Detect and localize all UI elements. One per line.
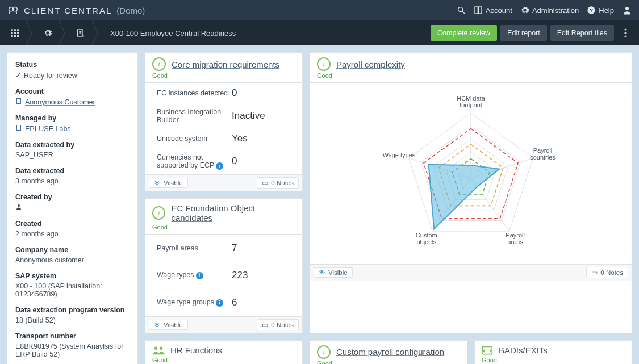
note-icon: ▭ — [262, 321, 268, 329]
eye-icon: 👁 — [319, 269, 325, 276]
edit-report-button[interactable]: Edit report — [500, 25, 547, 41]
svg-text:Wage types: Wage types — [383, 152, 416, 158]
edit-report-tiles-button[interactable]: Edit Report tiles — [550, 25, 614, 41]
note-icon: ▭ — [262, 179, 268, 187]
svg-rect-9 — [11, 29, 12, 31]
tile-title-link[interactable]: Payroll complexity — [336, 60, 405, 69]
complete-review-button[interactable]: Complete review — [431, 25, 497, 41]
tile-badis-exits: BADIs/EXITs Good 12Implemented 20Active … — [474, 340, 632, 365]
tile-core-migration: i Core migration requirements Good EC in… — [145, 52, 303, 191]
svg-text:areas: areas — [507, 239, 523, 245]
breadcrumb-title: X00-100 Employee Central Readiness — [101, 29, 245, 37]
svg-point-8 — [625, 7, 629, 10]
eye-icon: 👁 — [154, 179, 161, 186]
created-by-user-icon[interactable] — [15, 203, 130, 212]
info-dot-icon[interactable]: i — [216, 299, 223, 307]
kv-value: 7 — [232, 242, 237, 254]
svg-text:objects: objects — [416, 239, 436, 245]
program-label: Data extraction program version — [15, 306, 130, 314]
extracted-by-value: SAP_USER — [15, 151, 130, 159]
kv-value: 223 — [232, 270, 248, 281]
search-icon[interactable] — [457, 6, 466, 15]
kv-value: Yes — [232, 133, 248, 144]
svg-rect-22 — [17, 99, 21, 104]
svg-point-26 — [18, 204, 20, 207]
svg-rect-4 — [475, 7, 478, 14]
visible-toggle[interactable]: 👁Visible — [149, 178, 188, 188]
svg-text:?: ? — [590, 7, 593, 13]
profile-icon[interactable] — [622, 5, 632, 15]
info-icon: i — [317, 57, 331, 71]
svg-point-0 — [9, 7, 13, 11]
note-icon: ▭ — [591, 269, 598, 277]
notes-button[interactable]: ▭0 Notes — [586, 267, 628, 278]
visible-toggle[interactable]: 👁Visible — [314, 267, 353, 278]
notes-button[interactable]: ▭0 Notes — [257, 319, 299, 330]
svg-rect-11 — [17, 29, 19, 31]
svg-point-41 — [154, 346, 158, 350]
help-label: Help — [599, 6, 614, 15]
account-menu[interactable]: Account — [474, 6, 512, 15]
extracted-value: 3 months ago — [15, 177, 130, 185]
brand-name: CLIENT CENTRAL — [24, 6, 112, 15]
kv-value: Inactive — [232, 110, 265, 122]
kv-key: Unicode system — [157, 135, 232, 143]
visible-toggle[interactable]: 👁Visible — [149, 320, 188, 330]
extracted-by-label: Data extracted by — [15, 141, 130, 149]
more-actions-button[interactable] — [617, 25, 633, 41]
tile-title-link[interactable]: Custom payroll configuration — [336, 347, 444, 357]
info-icon: i — [317, 345, 331, 359]
svg-point-19 — [624, 28, 626, 30]
tile-status: Good — [310, 360, 467, 365]
kv-key: Payroll areas — [157, 244, 232, 252]
managed-by-link[interactable]: EPI-USE Labs — [25, 125, 71, 133]
svg-point-2 — [458, 7, 463, 12]
svg-rect-13 — [14, 32, 16, 34]
breadcrumb-separator-icon — [27, 20, 35, 45]
tile-payroll-complexity: i Payroll complexity Good HCM datafootpr… — [310, 52, 632, 333]
brand: CLIENT CENTRAL (Demo) — [7, 4, 145, 16]
tile-body: EC instances detected0 Business Integrat… — [145, 82, 302, 174]
info-dot-icon[interactable]: i — [216, 162, 223, 170]
eye-icon: 👁 — [154, 321, 161, 328]
kv-key: Business Integration Builder — [157, 108, 232, 124]
breadcrumb-bar: X00-100 Employee Central Readiness Compl… — [0, 20, 639, 45]
code-icon — [482, 345, 493, 355]
account-link[interactable]: Anonymous Customer — [25, 98, 95, 106]
sap-value: X00 - 100 (SAP installation: 0123456789) — [15, 282, 130, 298]
tile-title-link[interactable]: BADIs/EXITs — [499, 345, 548, 355]
kv-key: Currencies not supported by ECPi — [157, 153, 232, 170]
info-dot-icon[interactable]: i — [196, 272, 203, 279]
administration-menu[interactable]: Administration — [520, 6, 579, 15]
breadcrumb-separator-icon — [93, 20, 101, 45]
company-value: Anonymous customer — [15, 256, 130, 264]
tile-status: Good — [475, 357, 632, 365]
tile-title-link[interactable]: EC Foundation Object candidates — [171, 203, 255, 223]
svg-text:footprint: footprint — [460, 102, 482, 108]
kv-value: 6 — [232, 297, 237, 308]
company-label: Company name — [15, 246, 130, 254]
kv-value: 0 — [232, 156, 237, 167]
created-label: Created — [15, 220, 130, 228]
dashboard-grid: i Core migration requirements Good EC in… — [145, 52, 632, 364]
tile-hr-functions: HR Functions Good Payroll countries4 Con… — [145, 340, 303, 365]
sap-label: SAP system — [15, 272, 130, 280]
kv-value: 0 — [232, 87, 237, 99]
notes-button[interactable]: ▭0 Notes — [257, 177, 299, 189]
svg-point-1 — [13, 7, 17, 11]
brand-suffix: (Demo) — [116, 6, 145, 15]
breadcrumb-separator-icon — [60, 20, 68, 45]
radar-chart: HCM datafootprintPayrollcountriesPayroll… — [310, 82, 632, 264]
svg-point-21 — [624, 35, 626, 37]
kv-key: Wage typesi — [157, 271, 232, 279]
help-menu[interactable]: ? Help — [587, 6, 614, 15]
svg-rect-16 — [14, 35, 16, 37]
tile-title-link[interactable]: HR Functions — [170, 345, 222, 355]
tile-status: Good — [145, 357, 302, 365]
tile-title-link[interactable]: Core migration requirements — [172, 60, 279, 69]
transport-label: Transport number — [15, 332, 130, 340]
svg-rect-5 — [479, 7, 482, 14]
tile-status: Good — [310, 72, 632, 82]
created-by-label: Created by — [15, 193, 130, 201]
logo-icon — [7, 4, 19, 16]
